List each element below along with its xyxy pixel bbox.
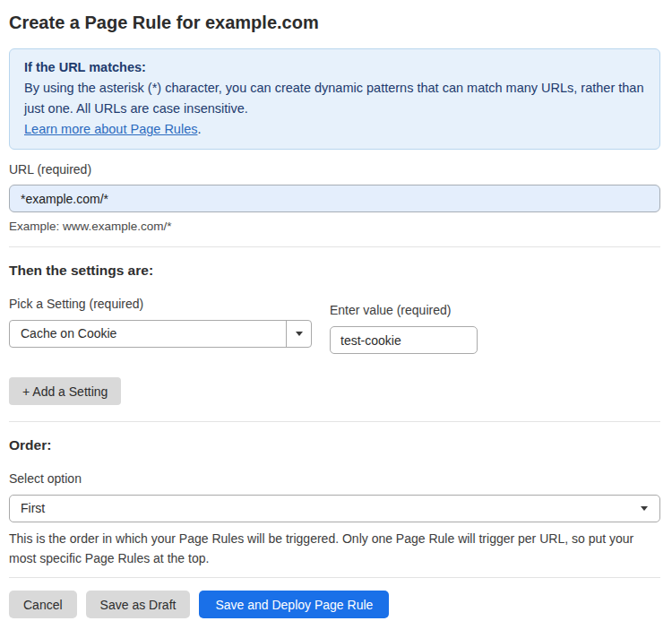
setting-dropdown[interactable]: Cache on Cookie <box>9 320 312 348</box>
page-title: Create a Page Rule for example.com <box>9 11 660 34</box>
save-draft-button[interactable]: Save as Draft <box>86 591 191 618</box>
setting-picker-column: Pick a Setting (required) Cache on Cooki… <box>9 297 312 354</box>
order-heading: Order: <box>9 436 660 453</box>
add-setting-button[interactable]: + Add a Setting <box>9 377 121 405</box>
info-box-heading: If the URL matches: <box>24 57 645 78</box>
setting-value-input[interactable] <box>330 326 478 354</box>
order-select-label: Select option <box>9 471 660 487</box>
setting-dropdown-arrow-button[interactable] <box>286 321 311 347</box>
setting-picker-label: Pick a Setting (required) <box>9 297 312 312</box>
info-box-body: By using the asterisk (*) character, you… <box>24 78 645 119</box>
learn-more-link[interactable]: Learn more about Page Rules <box>24 122 197 136</box>
setting-value-label: Enter value (required) <box>330 303 478 318</box>
divider-settings-order <box>9 421 660 422</box>
divider-order-actions <box>9 577 660 578</box>
url-example-text: Example: www.example.com/* <box>9 219 660 234</box>
settings-heading: Then the settings are: <box>9 262 660 279</box>
chevron-down-icon <box>296 332 303 336</box>
setting-dropdown-value: Cache on Cookie <box>10 321 286 347</box>
url-field-label: URL (required) <box>9 162 660 177</box>
url-input[interactable] <box>9 185 660 212</box>
order-select[interactable]: First <box>9 495 660 522</box>
page-rule-form: Create a Page Rule for example.com If th… <box>0 11 672 618</box>
chevron-down-icon <box>641 506 648 511</box>
form-actions: Cancel Save as Draft Save and Deploy Pag… <box>9 591 660 618</box>
settings-row: Pick a Setting (required) Cache on Cooki… <box>9 297 660 354</box>
divider-url-settings <box>9 246 660 247</box>
save-deploy-button[interactable]: Save and Deploy Page Rule <box>199 591 389 618</box>
link-suffix: . <box>197 122 201 136</box>
cancel-button[interactable]: Cancel <box>9 591 77 618</box>
setting-value-column: Enter value (required) <box>330 303 478 354</box>
order-select-value: First <box>21 501 45 515</box>
url-match-info-box: If the URL matches: By using the asteris… <box>9 48 660 150</box>
info-box-link-line: Learn more about Page Rules. <box>24 119 645 140</box>
order-help-text: This is the order in which your Page Rul… <box>9 529 659 568</box>
